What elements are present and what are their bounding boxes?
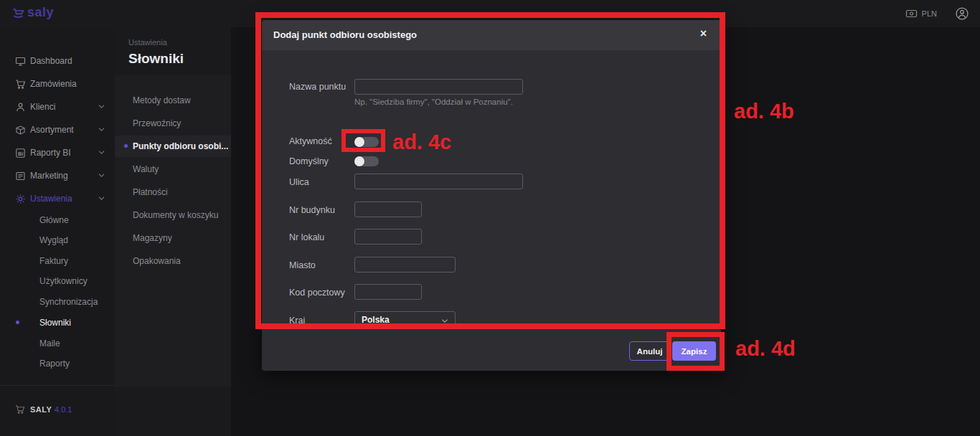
topbar-right: PLN bbox=[905, 0, 969, 27]
settings-item-label: Magazyny bbox=[133, 233, 172, 243]
currency-switcher[interactable]: PLN bbox=[905, 8, 937, 19]
subitem-label: Słowniki bbox=[39, 318, 71, 328]
app-name: SALY bbox=[30, 405, 52, 414]
settings-item-label: Przewoźnicy bbox=[133, 118, 181, 128]
settings-item-label: Metody dostaw bbox=[133, 95, 191, 105]
settings-nav: Ustawienia Słowniki Metody dostaw Przewo… bbox=[115, 27, 231, 436]
subitem-label: Raporty bbox=[39, 359, 70, 369]
currency-label: PLN bbox=[922, 9, 937, 18]
save-button[interactable]: Zapisz bbox=[672, 341, 716, 361]
subitem-label: Główne bbox=[39, 215, 69, 225]
close-icon[interactable]: × bbox=[700, 27, 707, 40]
settings-item-opakowania[interactable]: Opakowania bbox=[115, 250, 231, 272]
sidebar-subitem-glowne[interactable]: Główne bbox=[0, 211, 115, 229]
sidebar-item-klienci[interactable]: Klienci bbox=[0, 96, 115, 118]
chevron-down-icon bbox=[98, 127, 105, 132]
sidebar-subitem-wyglad[interactable]: Wygląd bbox=[0, 231, 115, 250]
domyslny-toggle[interactable] bbox=[354, 156, 379, 166]
settings-item-magazyny[interactable]: Magazyny bbox=[115, 227, 231, 249]
nazwa-punktu-input[interactable] bbox=[354, 79, 523, 95]
modal-title: Dodaj punkt odbioru osobistego bbox=[273, 29, 417, 40]
settings-item-label: Dokumenty w koszyku bbox=[133, 210, 218, 220]
sidebar-subitem-faktury[interactable]: Faktury bbox=[0, 252, 115, 270]
chevron-down-icon bbox=[98, 196, 105, 201]
chevron-down-icon bbox=[98, 173, 105, 178]
app-root: saly PLN bbox=[0, 0, 980, 436]
settings-item-waluty[interactable]: Waluty bbox=[115, 158, 231, 180]
logo[interactable]: saly bbox=[11, 5, 54, 20]
miasto-input[interactable] bbox=[354, 257, 456, 272]
sidebar-subitem-maile[interactable]: Maile bbox=[0, 334, 115, 353]
field-hint-nazwa: Np. "Siedziba firmy", "Oddział w Poznani… bbox=[354, 98, 513, 106]
sidebar-subitem-uzytkownicy[interactable]: Użytkownicy bbox=[0, 272, 115, 290]
sidebar-item-ustawienia[interactable]: Ustawienia bbox=[0, 188, 115, 209]
modal-footer: Anuluj Zapisz bbox=[262, 328, 721, 371]
field-label-nr-lokalu: Nr lokalu bbox=[289, 232, 324, 242]
field-label-ulica: Ulica bbox=[289, 177, 309, 187]
nr-budynku-input[interactable] bbox=[354, 202, 422, 217]
settings-item-punkty-odbioru[interactable]: Punkty odbioru osobi... bbox=[115, 136, 231, 157]
newspaper-icon bbox=[15, 171, 26, 181]
kraj-select[interactable]: Polska bbox=[354, 311, 456, 328]
kod-pocztowy-input[interactable] bbox=[354, 284, 422, 300]
cart-icon bbox=[15, 79, 26, 90]
sidebar-item-label: Raporty BI bbox=[30, 148, 71, 158]
sidebar-item-label: Asortyment bbox=[30, 125, 74, 135]
settings-item-platnosci[interactable]: Płatności bbox=[115, 181, 231, 203]
field-label-kraj: Kraj bbox=[289, 316, 305, 326]
toggle-knob bbox=[354, 156, 364, 166]
modal-body: Nazwa punktu Np. "Siedziba firmy", "Oddz… bbox=[262, 50, 721, 328]
subitem-label: Faktury bbox=[39, 256, 68, 266]
sidebar-footer: SALY 4.0.1 bbox=[0, 397, 115, 422]
app-version: 4.0.1 bbox=[55, 405, 72, 414]
chevron-down-icon bbox=[441, 318, 448, 323]
sidebar-item-label: Ustawienia bbox=[30, 194, 72, 204]
svg-text:Bi: Bi bbox=[18, 150, 24, 156]
toggle-knob bbox=[354, 137, 364, 147]
subitem-label: Maile bbox=[39, 338, 60, 349]
sidebar-subitem-slowniki[interactable]: Słowniki bbox=[0, 313, 115, 332]
modal-header: Dodaj punkt odbioru osobistego × bbox=[262, 20, 721, 50]
cart-logo-icon bbox=[11, 6, 26, 20]
chevron-down-icon bbox=[98, 150, 105, 155]
cancel-button[interactable]: Anuluj bbox=[629, 341, 670, 361]
sidebar-item-label: Dashboard bbox=[30, 56, 72, 66]
settings-item-label: Opakowania bbox=[133, 256, 181, 266]
ulica-input[interactable] bbox=[354, 174, 523, 189]
banknote-icon bbox=[905, 8, 918, 19]
user-avatar[interactable] bbox=[956, 7, 969, 20]
annotation-label-4d: ad. 4d bbox=[735, 337, 796, 361]
logo-text: saly bbox=[27, 5, 54, 20]
kraj-selected-value: Polska bbox=[362, 315, 390, 325]
aktywnosc-toggle[interactable] bbox=[354, 137, 379, 147]
sidebar-item-marketing[interactable]: Marketing bbox=[0, 165, 115, 186]
sidebar-item-raporty-bi[interactable]: Bi Raporty BI bbox=[0, 142, 115, 164]
monitor-icon bbox=[15, 56, 26, 67]
sidebar: Dashboard Zamówienia Klienci bbox=[0, 27, 115, 436]
field-label-kod-pocztowy: Kod pocztowy bbox=[289, 288, 345, 298]
active-dot bbox=[16, 321, 19, 324]
sidebar-item-label: Marketing bbox=[30, 171, 68, 181]
person-icon bbox=[15, 102, 26, 113]
sidebar-subitem-raporty[interactable]: Raporty bbox=[0, 354, 115, 373]
settings-item-metody-dostaw[interactable]: Metody dostaw bbox=[115, 90, 231, 111]
sidebar-subitem-synchronizacja[interactable]: Synchronizacja bbox=[0, 293, 115, 311]
subitem-label: Wygląd bbox=[39, 235, 68, 245]
settings-item-label: Płatności bbox=[133, 187, 168, 197]
settings-item-przewoznicy[interactable]: Przewoźnicy bbox=[115, 113, 231, 134]
sidebar-item-asortyment[interactable]: Asortyment bbox=[0, 119, 115, 141]
settings-item-label: Punkty odbioru osobi... bbox=[133, 141, 228, 151]
sidebar-divider bbox=[0, 385, 115, 386]
package-icon bbox=[15, 125, 26, 136]
chevron-down-icon bbox=[98, 104, 105, 109]
modal-add-pickup-point: Dodaj punkt odbioru osobistego × Nazwa p… bbox=[262, 20, 721, 371]
subitem-label: Użytkownicy bbox=[39, 276, 88, 286]
sidebar-item-dashboard[interactable]: Dashboard bbox=[0, 50, 115, 72]
nr-lokalu-input[interactable] bbox=[354, 229, 422, 245]
sidebar-item-label: Klienci bbox=[30, 102, 55, 112]
field-label-aktywnosc: Aktywność bbox=[289, 136, 332, 146]
field-label-nr-budynku: Nr budynku bbox=[289, 205, 335, 215]
sidebar-item-zamowienia[interactable]: Zamówienia bbox=[0, 73, 115, 95]
field-label-domyslny: Domyślny bbox=[289, 156, 329, 166]
settings-item-dokumenty[interactable]: Dokumenty w koszyku bbox=[115, 204, 231, 226]
